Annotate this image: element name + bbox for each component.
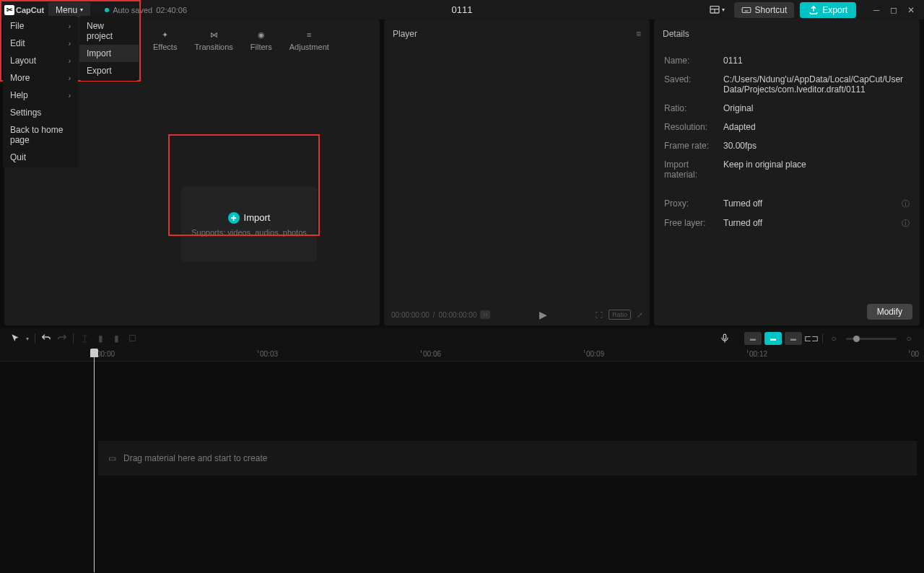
player-controls: 00:00:00:00 / 00:00:00:00 ‹› ▶ ⛶ Ratio ⤢ <box>384 304 650 325</box>
detail-value-saved: C:/Users/Ndung'u/AppData/Local/CapCut/Us… <box>723 74 910 95</box>
menu-label: Menu <box>56 5 77 15</box>
scale-icon[interactable]: ⛶ <box>596 311 603 319</box>
menu-item-back-home[interactable]: Back to home page <box>3 121 78 149</box>
track-toggle-1[interactable]: ▬ <box>744 332 762 345</box>
bowtie-icon: ⋈ <box>207 28 220 41</box>
track-toggle-2[interactable]: ▬ <box>764 332 782 345</box>
autosave-time: 02:40:06 <box>156 6 187 14</box>
playhead[interactable] <box>94 349 95 572</box>
modify-button[interactable]: Modify <box>867 304 912 320</box>
maximize-button[interactable]: ◻ <box>885 1 902 19</box>
menu-item-layout[interactable]: Layout› <box>3 52 78 69</box>
expand-time-icon[interactable]: ‹› <box>480 310 490 319</box>
info-icon[interactable]: ⓘ <box>902 218 910 229</box>
timeline-ruler[interactable]: 00:00 00:03 00:06 00:09 00:12 00 <box>0 349 924 362</box>
export-label: Export <box>822 5 847 15</box>
zoom-slider[interactable] <box>846 338 897 340</box>
pointer-dropdown[interactable]: ▾ <box>23 331 32 346</box>
detail-label-framerate: Frame rate: <box>664 141 723 151</box>
detail-value-ratio: Original <box>723 103 910 113</box>
tab-effects[interactable]: ✦ Effects <box>146 24 184 56</box>
split-button[interactable]: ⌶ <box>77 331 92 346</box>
submenu-import[interactable]: Import <box>79 45 139 62</box>
layout-icon[interactable]: ▾ <box>705 1 728 19</box>
detail-value-proxy: Turned off <box>723 198 902 209</box>
app-name: CapCut <box>16 6 44 14</box>
shortcut-label: Shortcut <box>755 5 788 15</box>
window-controls: ─ ◻ ✕ <box>868 1 920 19</box>
tab-transitions[interactable]: ⋈ Transitions <box>187 24 240 56</box>
timeline[interactable]: 00:00 00:03 00:06 00:09 00:12 00 ▭ Drag … <box>0 349 924 362</box>
tab-filters[interactable]: ◉ Filters <box>243 24 279 56</box>
info-icon[interactable]: ⓘ <box>902 198 910 209</box>
export-button[interactable]: Export <box>800 2 856 18</box>
submenu-new-project[interactable]: New project <box>79 17 139 45</box>
import-dropzone[interactable]: + Import Supports: videos, audios, photo… <box>181 186 317 262</box>
keyboard-icon <box>741 5 751 15</box>
player-title: Player <box>393 29 417 39</box>
tab-adjustment[interactable]: ≡ Adjustment <box>282 24 336 56</box>
align-button[interactable]: ⊏⊐ <box>803 331 819 346</box>
detail-label-name: Name: <box>664 56 723 66</box>
autosave-label: Auto saved <box>113 6 152 14</box>
undo-button[interactable] <box>38 331 54 346</box>
chevron-right-icon: › <box>69 40 71 48</box>
minimize-button[interactable]: ─ <box>868 1 885 19</box>
menu-item-settings[interactable]: Settings <box>3 104 78 121</box>
sliders-icon: ≡ <box>302 28 315 41</box>
time-current: 00:00:00:00 <box>391 311 430 319</box>
detail-value-name: 0111 <box>723 56 910 66</box>
player-viewport[interactable] <box>384 41 650 304</box>
fullscreen-icon[interactable]: ⤢ <box>637 311 642 319</box>
svg-rect-9 <box>723 334 726 339</box>
main-menu-dropdown: File› Edit› Layout› More› Help› Settings… <box>3 16 78 167</box>
player-menu-icon[interactable]: ≡ <box>636 29 641 39</box>
timeline-dropzone[interactable]: ▭ Drag material here and start to create <box>98 441 917 476</box>
zoom-out[interactable]: ○ <box>826 331 842 346</box>
menu-item-quit[interactable]: Quit <box>3 149 78 166</box>
detail-label-resolution: Resolution: <box>664 122 723 132</box>
detail-label-freelayer: Free layer: <box>664 218 723 228</box>
autosave-status: Auto saved 02:40:06 <box>105 6 187 14</box>
file-submenu-dropdown: New project Import Export <box>79 16 139 81</box>
menu-item-help[interactable]: Help› <box>3 87 78 104</box>
detail-value-resolution: Adapted <box>723 122 910 132</box>
trim-left-button[interactable]: ▮ <box>92 331 108 346</box>
details-panel: Details Name:0111 Saved:C:/Users/Ndung'u… <box>654 19 920 325</box>
titlebar: ✂ CapCut Menu ▾ Auto saved 02:40:06 0111… <box>0 0 924 19</box>
shortcut-button[interactable]: Shortcut <box>734 2 795 18</box>
circles-icon: ◉ <box>255 28 268 41</box>
chevron-right-icon: › <box>69 57 71 65</box>
play-button[interactable]: ▶ <box>539 309 547 320</box>
detail-value-import: Keep in original place <box>723 159 910 170</box>
import-subtitle: Supports: videos, audios, photos <box>191 228 307 237</box>
trim-right-button[interactable]: ▮ <box>108 331 124 346</box>
project-title: 0111 <box>452 4 473 15</box>
menu-item-more[interactable]: More› <box>3 69 78 87</box>
ratio-button[interactable]: Ratio <box>609 310 631 320</box>
chevron-right-icon: › <box>69 74 71 82</box>
timeline-toolbar: ▾ ⌶ ▮ ▮ ☐ ▬ ▬ ▬ ⊏⊐ ○ ○ <box>0 328 924 349</box>
detail-value-framerate: 30.00fps <box>723 141 910 151</box>
zoom-in[interactable]: ○ <box>901 331 917 346</box>
media-icon: ▭ <box>108 453 116 463</box>
track-toggle-3[interactable]: ▬ <box>785 332 802 345</box>
capcut-logo-icon: ✂ <box>4 5 14 15</box>
submenu-export[interactable]: Export <box>79 62 139 79</box>
tick: 00:06 <box>423 350 441 358</box>
detail-label-saved: Saved: <box>664 74 723 84</box>
tick: 00 <box>911 350 919 358</box>
detail-value-freelayer: Turned off <box>723 218 902 228</box>
delete-button[interactable]: ☐ <box>124 331 140 346</box>
detail-label-import: Import material: <box>664 159 723 180</box>
tick: 00:00 <box>97 350 115 358</box>
close-button[interactable]: ✕ <box>902 1 920 19</box>
menu-item-file[interactable]: File› <box>3 17 78 35</box>
mic-button[interactable] <box>717 331 733 346</box>
redo-button[interactable] <box>54 331 70 346</box>
drop-hint: Drag material here and start to create <box>123 453 267 463</box>
sparkle-icon: ✦ <box>159 28 172 41</box>
menu-item-edit[interactable]: Edit› <box>3 35 78 52</box>
details-title: Details <box>663 29 689 39</box>
pointer-tool[interactable] <box>7 331 23 346</box>
